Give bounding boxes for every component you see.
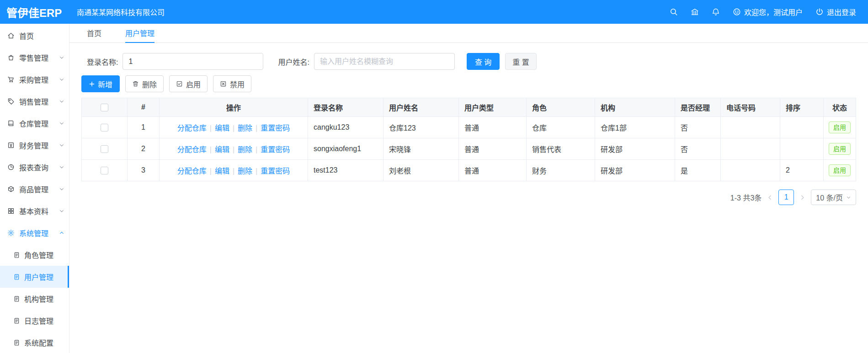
- trash-icon: [132, 80, 139, 87]
- sidebar-item-org-management[interactable]: 机构管理: [0, 288, 69, 310]
- user-name-input[interactable]: [314, 53, 455, 70]
- sidebar-item-label: 仓库管理: [19, 118, 59, 129]
- delete-button-label: 删除: [142, 79, 157, 90]
- sidebar-item-home[interactable]: 首页: [0, 25, 69, 47]
- chevron-up-icon: [59, 230, 64, 236]
- delete-link[interactable]: 删除: [238, 124, 252, 132]
- chevron-down-icon: [59, 77, 64, 82]
- sidebar-item-goods[interactable]: 商品管理: [0, 178, 69, 200]
- sidebar-item-log-management[interactable]: 日志管理: [0, 310, 69, 332]
- cell-type: 普通: [459, 117, 527, 138]
- sidebar-item-label: 用户管理: [24, 271, 53, 282]
- sidebar-item-reports[interactable]: 报表查询: [0, 156, 69, 178]
- sidebar-item-label: 基本资料: [19, 205, 59, 216]
- reset-password-link[interactable]: 重置密码: [261, 146, 290, 153]
- next-page-button[interactable]: [799, 195, 806, 200]
- edit-link[interactable]: 编辑: [215, 124, 229, 132]
- header-role: 角色: [527, 98, 595, 117]
- sidebar-item-retail[interactable]: 零售管理: [0, 47, 69, 68]
- user-circle-icon: [733, 8, 741, 16]
- login-name-input[interactable]: [122, 53, 263, 70]
- sidebar-item-label: 角色管理: [24, 249, 53, 260]
- enable-button[interactable]: 启用: [169, 75, 208, 92]
- document-icon: [13, 252, 20, 258]
- link-separator: |: [256, 124, 257, 132]
- bell-icon[interactable]: [712, 8, 720, 16]
- sidebar-item-system-config[interactable]: 系统配置: [0, 332, 69, 353]
- disable-button[interactable]: 禁用: [213, 75, 251, 92]
- user-welcome[interactable]: 欢迎您，测试用户: [733, 6, 803, 17]
- header-manager: 是否经理: [675, 98, 721, 117]
- status-badge[interactable]: 启用: [829, 164, 851, 176]
- status-badge[interactable]: 启用: [829, 121, 851, 133]
- search-icon[interactable]: [670, 8, 678, 16]
- disable-button-label: 禁用: [230, 79, 245, 90]
- sidebar-item-role-management[interactable]: 角色管理: [0, 244, 69, 266]
- delete-button[interactable]: 删除: [125, 75, 164, 92]
- app-logo: 管伊佳ERP: [0, 4, 69, 20]
- logout-button[interactable]: 退出登录: [815, 6, 856, 17]
- edit-link[interactable]: 编辑: [215, 167, 229, 175]
- tab-user-management[interactable]: 用户管理: [125, 24, 154, 43]
- sidebar-item-label: 报表查询: [19, 162, 59, 173]
- cell-status: 启用: [824, 160, 856, 181]
- assign-warehouse-link[interactable]: 分配仓库: [177, 167, 207, 175]
- cell-type: 普通: [459, 160, 527, 181]
- delete-link[interactable]: 删除: [238, 146, 252, 153]
- home-shortcut-icon[interactable]: [691, 8, 699, 16]
- table-header-row: # 操作 登录名称 用户姓名 用户类型 角色 机构 是否经理 电话号码 排序 状…: [82, 98, 856, 117]
- page-size-select[interactable]: 10 条/页: [811, 190, 856, 205]
- link-separator: |: [256, 167, 257, 175]
- delete-link[interactable]: 删除: [238, 167, 252, 175]
- sidebar-item-user-management[interactable]: 用户管理: [0, 266, 69, 288]
- row-checkbox[interactable]: [101, 145, 108, 153]
- header-sort: 排序: [780, 98, 824, 117]
- welcome-text: 欢迎您，测试用户: [744, 6, 803, 17]
- reset-password-link[interactable]: 重置密码: [261, 167, 290, 175]
- cell-role: 仓库: [527, 117, 595, 138]
- user-name-label: 用户姓名:: [278, 56, 309, 67]
- assign-warehouse-link[interactable]: 分配仓库: [177, 146, 207, 153]
- x-square-icon: [220, 80, 227, 87]
- status-badge[interactable]: 启用: [829, 143, 851, 155]
- page-number-button[interactable]: 1: [778, 190, 794, 205]
- cell-name: 仓库123: [383, 117, 459, 138]
- assign-warehouse-link[interactable]: 分配仓库: [177, 124, 207, 132]
- sidebar-item-purchase[interactable]: 采购管理: [0, 68, 69, 90]
- sidebar-item-sales[interactable]: 销售管理: [0, 90, 69, 112]
- tab-home[interactable]: 首页: [87, 24, 101, 43]
- cell-actions: 分配仓库|编辑|删除|重置密码: [160, 138, 308, 160]
- select-all-checkbox[interactable]: [101, 104, 108, 111]
- sidebar: 首页 零售管理 采购管理 销售管理 仓库管理 财务管理: [0, 24, 69, 353]
- sidebar-item-label: 销售管理: [19, 96, 59, 107]
- sidebar-item-warehouse[interactable]: 仓库管理: [0, 112, 69, 134]
- edit-link[interactable]: 编辑: [215, 146, 229, 153]
- link-separator: |: [256, 146, 257, 153]
- reset-button[interactable]: 重 置: [505, 53, 536, 70]
- row-checkbox[interactable]: [101, 167, 108, 174]
- header-org: 机构: [595, 98, 675, 117]
- chevron-down-icon: [846, 195, 851, 200]
- shop-icon: [7, 54, 15, 61]
- search-button[interactable]: 查 询: [467, 53, 500, 70]
- chevron-down-icon: [59, 55, 64, 60]
- sidebar-item-label: 零售管理: [19, 52, 59, 63]
- add-button-label: 新增: [98, 79, 112, 90]
- header-status: 状态: [824, 98, 856, 117]
- cell-login: test123: [308, 160, 383, 181]
- row-checkbox[interactable]: [101, 124, 108, 132]
- sidebar-item-system[interactable]: 系统管理: [0, 222, 69, 244]
- cell-index: 3: [128, 160, 160, 181]
- sidebar-item-finance[interactable]: 财务管理: [0, 134, 69, 156]
- header-login: 登录名称: [308, 98, 383, 117]
- document-icon: [13, 339, 20, 346]
- sidebar-item-basic-data[interactable]: 基本资料: [0, 200, 69, 222]
- link-separator: |: [210, 167, 212, 175]
- cell-manager: 否: [675, 138, 721, 160]
- prev-page-button[interactable]: [766, 195, 774, 200]
- cell-role: 财务: [527, 160, 595, 181]
- table-row: 3 分配仓库|编辑|删除|重置密码 test123 刘老根 普通 财务 研发部 …: [82, 160, 856, 181]
- add-button[interactable]: 新增: [81, 75, 120, 92]
- reset-password-link[interactable]: 重置密码: [261, 124, 290, 132]
- header-select-cell: [82, 98, 128, 117]
